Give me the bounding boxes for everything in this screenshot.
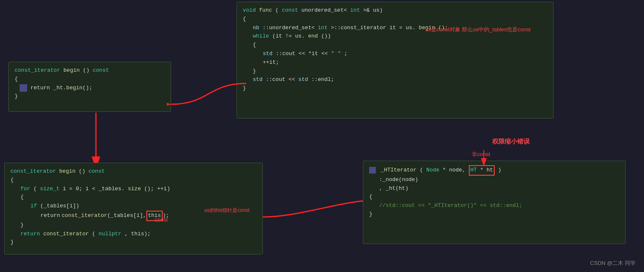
annotation-non-const: 非const [472, 150, 490, 159]
arrow-right-bottom [259, 192, 380, 225]
top-right-code-box: void func ( const unordered_set< int >& … [236, 2, 553, 118]
top-left-code-box: const_iterator begin () const { return _… [8, 62, 171, 112]
annotation-permission-error: 权限缩小错误 [492, 138, 530, 146]
annotation-this-const: us的this指针是const [204, 207, 249, 214]
annotation-const-label: const [155, 216, 168, 224]
watermark: CSDN @二木 同学 [590, 259, 636, 267]
annotation-us-const: us是const对象 那么us中的_tables也是const [425, 26, 531, 33]
arrow-down-left [90, 113, 102, 167]
bottom-right-code-box: _HTIterator ( Node * node, HT * ht ) :_n… [363, 161, 626, 244]
